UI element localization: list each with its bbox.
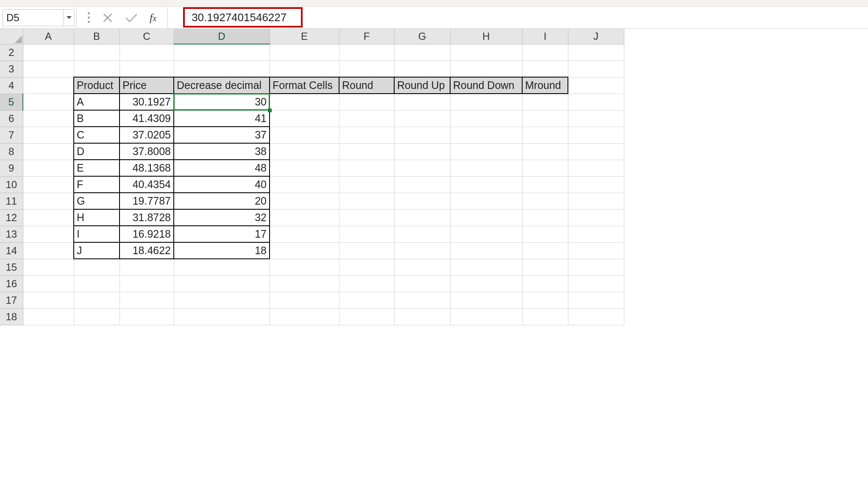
cell-J4[interactable]: [568, 77, 624, 94]
cell-H14[interactable]: [450, 242, 522, 259]
cell-C3[interactable]: [120, 61, 174, 77]
cell-A14[interactable]: [23, 242, 74, 259]
row-header-16[interactable]: 16: [0, 275, 23, 292]
cell-J11[interactable]: [568, 193, 624, 209]
cell-I14[interactable]: [522, 242, 568, 259]
cell-E11[interactable]: [270, 193, 339, 209]
cell-J3[interactable]: [568, 61, 624, 77]
column-header-I[interactable]: I: [522, 29, 568, 44]
cell-A10[interactable]: [23, 176, 74, 193]
cell-B8[interactable]: D: [74, 143, 120, 160]
cell-G11[interactable]: [394, 193, 450, 209]
cell-F17[interactable]: [339, 292, 394, 308]
cell-A18[interactable]: [23, 308, 74, 325]
cell-J10[interactable]: [568, 176, 624, 193]
cell-G14[interactable]: [394, 242, 450, 259]
row-header-15[interactable]: 15: [0, 259, 23, 275]
cell-B3[interactable]: [74, 61, 120, 77]
column-header-B[interactable]: B: [74, 29, 120, 44]
cell-A9[interactable]: [23, 160, 74, 176]
cell-J14[interactable]: [568, 242, 624, 259]
cell-A17[interactable]: [23, 292, 74, 308]
cell-B13[interactable]: I: [74, 226, 120, 242]
cell-H13[interactable]: [450, 226, 522, 242]
cell-D6[interactable]: 41: [174, 110, 270, 127]
cell-F5[interactable]: [339, 94, 394, 110]
cell-A3[interactable]: [23, 61, 74, 77]
cell-G10[interactable]: [394, 176, 450, 193]
cell-E15[interactable]: [270, 259, 339, 275]
cell-J5[interactable]: [568, 94, 624, 110]
cell-B12[interactable]: H: [74, 209, 120, 226]
cell-C7[interactable]: 37.0205: [120, 127, 174, 143]
cell-G18[interactable]: [394, 308, 450, 325]
cell-D12[interactable]: 32: [174, 209, 270, 226]
cell-D11[interactable]: 20: [174, 193, 270, 209]
cell-B11[interactable]: G: [74, 193, 120, 209]
cell-C5[interactable]: 30.1927: [120, 94, 174, 110]
row-header-13[interactable]: 13: [0, 226, 23, 242]
cell-I16[interactable]: [522, 275, 568, 292]
cell-A15[interactable]: [23, 259, 74, 275]
cell-J9[interactable]: [568, 160, 624, 176]
cell-H9[interactable]: [450, 160, 522, 176]
cell-H15[interactable]: [450, 259, 522, 275]
cell-I17[interactable]: [522, 292, 568, 308]
cell-J16[interactable]: [568, 275, 624, 292]
cell-C18[interactable]: [120, 308, 174, 325]
row-header-4[interactable]: 4: [0, 77, 23, 94]
cell-J2[interactable]: [568, 44, 624, 61]
cell-H16[interactable]: [450, 275, 522, 292]
cell-B14[interactable]: J: [74, 242, 120, 259]
cell-E13[interactable]: [270, 226, 339, 242]
cell-B15[interactable]: [74, 259, 120, 275]
cell-F6[interactable]: [339, 110, 394, 127]
cell-G5[interactable]: [394, 94, 450, 110]
cell-C10[interactable]: 40.4354: [120, 176, 174, 193]
cell-D4[interactable]: Decrease decimal: [174, 77, 270, 94]
cell-C13[interactable]: 16.9218: [120, 226, 174, 242]
cell-H18[interactable]: [450, 308, 522, 325]
cell-I18[interactable]: [522, 308, 568, 325]
select-all-corner[interactable]: [0, 29, 23, 44]
name-box-dropdown[interactable]: [63, 10, 74, 26]
cell-I9[interactable]: [522, 160, 568, 176]
cell-C2[interactable]: [120, 44, 174, 61]
cell-H8[interactable]: [450, 143, 522, 160]
cell-B16[interactable]: [74, 275, 120, 292]
row-header-3[interactable]: 3: [0, 61, 23, 77]
cell-A8[interactable]: [23, 143, 74, 160]
cell-F15[interactable]: [339, 259, 394, 275]
cell-E16[interactable]: [270, 275, 339, 292]
cell-D3[interactable]: [174, 61, 270, 77]
cell-C15[interactable]: [120, 259, 174, 275]
cell-H17[interactable]: [450, 292, 522, 308]
cell-I7[interactable]: [522, 127, 568, 143]
cell-A4[interactable]: [23, 77, 74, 94]
cell-E17[interactable]: [270, 292, 339, 308]
cell-J6[interactable]: [568, 110, 624, 127]
cell-I11[interactable]: [522, 193, 568, 209]
cell-E4[interactable]: Format Cells: [270, 77, 339, 94]
cell-F2[interactable]: [339, 44, 394, 61]
cell-E5[interactable]: [270, 94, 339, 110]
cell-B2[interactable]: [74, 44, 120, 61]
insert-function-button[interactable]: fx: [150, 11, 156, 24]
row-header-18[interactable]: 18: [0, 308, 23, 325]
cell-H4[interactable]: Round Down: [450, 77, 522, 94]
cell-H7[interactable]: [450, 127, 522, 143]
cell-E9[interactable]: [270, 160, 339, 176]
cell-F16[interactable]: [339, 275, 394, 292]
row-header-7[interactable]: 7: [0, 127, 23, 143]
cell-D14[interactable]: 18: [174, 242, 270, 259]
cell-J8[interactable]: [568, 143, 624, 160]
cell-J15[interactable]: [568, 259, 624, 275]
cell-G6[interactable]: [394, 110, 450, 127]
cell-B9[interactable]: E: [74, 160, 120, 176]
cell-A12[interactable]: [23, 209, 74, 226]
cell-G4[interactable]: Round Up: [394, 77, 450, 94]
column-header-A[interactable]: A: [23, 29, 74, 44]
row-header-5[interactable]: 5: [0, 94, 23, 110]
cell-B10[interactable]: F: [74, 176, 120, 193]
cell-E10[interactable]: [270, 176, 339, 193]
